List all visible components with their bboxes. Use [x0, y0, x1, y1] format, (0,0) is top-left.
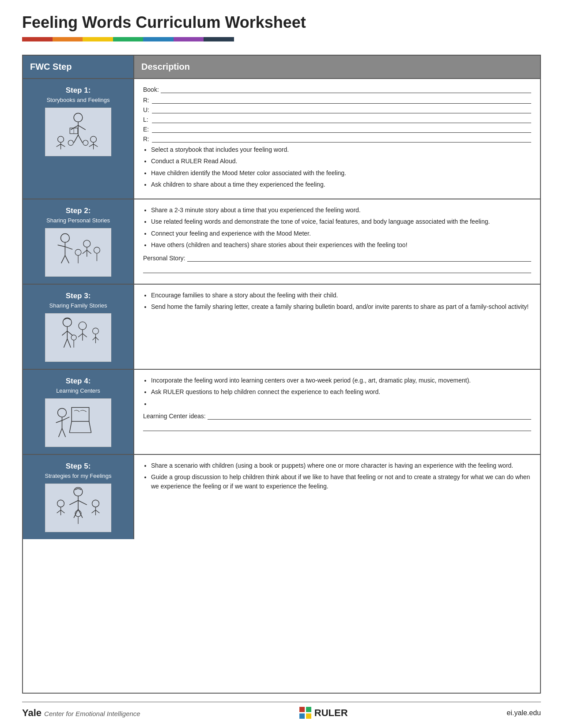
step2-cell: Step 2: Sharing Personal Stories: [23, 199, 133, 284]
step4-title: Step 4:: [66, 377, 91, 386]
ruler-r2-line: [152, 135, 531, 143]
book-field: Book:: [143, 85, 531, 93]
ruler-l-label: L:: [143, 116, 152, 123]
step2-bullet-2: Use related feeling words and demonstrat…: [151, 217, 531, 226]
table-header-row: FWC Step Description: [23, 56, 540, 78]
ruler-e-label: E:: [143, 126, 152, 133]
personal-story-label: Personal Story:: [143, 255, 185, 262]
svg-rect-51: [45, 399, 111, 447]
ruler-r2-label: R:: [143, 135, 152, 143]
step1-bullet-4: Ask children to share about a time they …: [151, 180, 531, 189]
step1-desc: Book: R: U: L:: [133, 79, 540, 199]
step1-title: Step 1:: [66, 86, 91, 95]
table-row-step5: Step 5: Strategies for my Feelings: [23, 454, 540, 539]
ruler-e-row: E:: [143, 125, 531, 133]
page-title: Feeling Words Curriculum Worksheet: [22, 13, 541, 32]
step4-subtitle: Learning Centers: [56, 387, 100, 394]
step4-bullet-1: Incorporate the feeling word into learni…: [151, 376, 531, 385]
lc-ideas-field: Learning Center ideas:: [143, 412, 531, 420]
personal-story-line: [187, 254, 531, 262]
step3-bullet-2: Send home the family sharing letter, cre…: [151, 302, 531, 311]
step2-subtitle: Sharing Personal Stories: [46, 217, 110, 224]
table-row-step3: Step 3: Sharing Family Stories: [23, 284, 540, 369]
step1-bullet-1: Select a storybook that includes your fe…: [151, 145, 531, 154]
footer-left: Yale Center for Emotional Intelligence: [22, 707, 140, 719]
personal-story-field: Personal Story:: [143, 254, 531, 262]
step3-bullet-1: Encourage families to share a story abou…: [151, 291, 531, 300]
step-column-header: FWC Step: [23, 56, 133, 78]
desc-column-header: Description: [133, 56, 540, 78]
ruler-r1-line: [152, 96, 531, 104]
step3-bullets: Encourage families to share a story abou…: [151, 291, 531, 311]
lc-ideas-label: Learning Center ideas:: [143, 413, 206, 420]
personal-story-extra-line: [143, 265, 531, 273]
ruler-icon: [299, 707, 312, 719]
step1-bullet-3: Have children identify the Mood Meter co…: [151, 169, 531, 177]
step1-subtitle: Storybooks and Feelings: [46, 97, 110, 103]
step3-title: Step 3:: [66, 292, 91, 300]
page: Feeling Words Curriculum Worksheet FWC S…: [0, 0, 563, 728]
step4-bullet-3: [151, 399, 531, 408]
step3-cell: Step 3: Sharing Family Stories: [23, 285, 133, 369]
ruler-u-line: [152, 105, 531, 113]
ruler-r1-row: R:: [143, 96, 531, 104]
step1-image: [45, 108, 111, 156]
table-row-step4: Step 4: Learning Centers: [23, 369, 540, 454]
step2-bullets: Share a 2-3 minute story about a time th…: [151, 206, 531, 249]
step2-desc: Share a 2-3 minute story about a time th…: [133, 199, 540, 284]
step2-title: Step 2:: [66, 206, 91, 215]
step3-desc: Encourage families to share a story abou…: [133, 285, 540, 369]
step1-bullets: Select a storybook that includes your fe…: [151, 145, 531, 189]
ruler-u-row: U:: [143, 105, 531, 113]
step4-cell: Step 4: Learning Centers: [23, 370, 133, 454]
footer-ruler: RULER: [299, 707, 348, 719]
step4-bullets: Incorporate the feeling word into learni…: [151, 376, 531, 408]
step1-cell: Step 1: Storybooks and Feelings: [23, 79, 133, 199]
step3-subtitle: Sharing Family Stories: [49, 302, 107, 309]
ruler-l-line: [152, 115, 531, 123]
step2-bullet-4: Have others (children and teachers) shar…: [151, 240, 531, 249]
footer-website: ei.yale.edu: [507, 709, 541, 717]
lc-ideas-line: [208, 412, 531, 420]
table-row-step2: Step 2: Sharing Personal Stories: [23, 199, 540, 284]
step5-subtitle: Strategies for my Feelings: [45, 473, 111, 479]
svg-rect-19: [45, 229, 111, 277]
table-row-step1: Step 1: Storybooks and Feelings: [23, 78, 540, 199]
ruler-e-line: [152, 125, 531, 133]
svg-rect-34: [45, 314, 111, 362]
step1-bullet-2: Conduct a RULER Read Aloud.: [151, 157, 531, 165]
step2-image: [45, 228, 111, 277]
step3-image: [45, 313, 111, 362]
step5-bullet-1: Share a scenario with children (using a …: [151, 461, 531, 470]
footer: Yale Center for Emotional Intelligence R…: [22, 702, 541, 719]
step2-bullet-3: Connect your feeling and experience with…: [151, 229, 531, 238]
ruler-text: RULER: [314, 707, 348, 719]
book-underline: [161, 85, 531, 93]
ruler-u-label: U:: [143, 106, 152, 113]
step5-title: Step 5:: [66, 462, 91, 471]
step5-image: [45, 484, 111, 532]
footer-center-text: Center for Emotional Intelligence: [44, 710, 140, 717]
ruler-l-row: L:: [143, 115, 531, 123]
ruler-fields: R: U: L: E:: [143, 96, 531, 143]
step4-bullet-2: Ask RULER questions to help children con…: [151, 387, 531, 396]
ruler-r1-label: R:: [143, 97, 152, 104]
lc-extra-line: [143, 423, 531, 431]
step5-desc: Share a scenario with children (using a …: [133, 455, 540, 539]
step5-bullet-2: Guide a group discussion to help childre…: [151, 473, 531, 491]
step2-bullet-1: Share a 2-3 minute story about a time th…: [151, 206, 531, 214]
book-label: Book:: [143, 86, 159, 93]
step5-cell: Step 5: Strategies for my Feelings: [23, 455, 133, 539]
color-bar: [22, 37, 234, 41]
main-table: FWC Step Description Step 1: Storybooks …: [22, 55, 541, 694]
step4-image: [45, 398, 111, 447]
yale-logo-text: Yale: [22, 707, 42, 719]
step4-desc: Incorporate the feeling word into learni…: [133, 370, 540, 454]
step5-bullets: Share a scenario with children (using a …: [151, 461, 531, 491]
header: Feeling Words Curriculum Worksheet: [22, 13, 541, 50]
ruler-r2-row: R:: [143, 135, 531, 143]
